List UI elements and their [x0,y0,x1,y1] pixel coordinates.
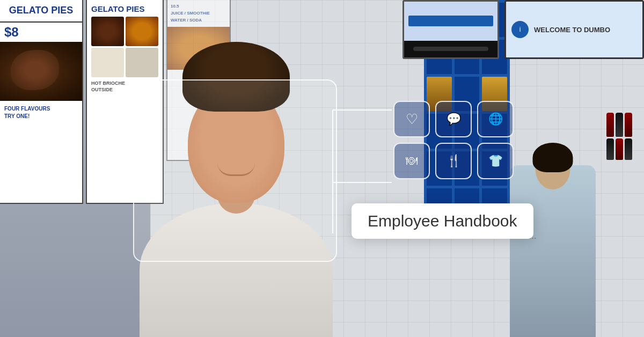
tv-logo: i [511,21,529,38]
menu-text-bottom: FOUR FLAVOURSTRY ONE! [0,101,82,124]
person-hair [182,42,290,112]
shirt-icon: 👕 [477,143,514,179]
tv-screen-2-bar [404,41,497,57]
heart-icon: ♡ [393,101,430,137]
tv-screen-2-content [404,2,497,41]
food-image-1 [0,42,82,101]
menu-board-3-items: 10.5JUICE / SMOOTHIEWATER / SODA [167,0,230,27]
tv-screen: i WELCOME TO DUMBO [504,0,644,59]
menu-board-1: GELATO PIES $8 FOUR FLAVOURSTRY ONE! [0,0,83,204]
tv-content: i WELCOME TO DUMBO [506,2,642,57]
tv-text: WELCOME TO DUMBO [534,26,610,34]
background-scene: GELATO PIES $8 FOUR FLAVOURSTRY ONE! GEL… [0,0,644,337]
utensils-icon: 🍴 [435,143,472,179]
tv-screen-2 [402,0,499,59]
person-shirt [140,203,333,337]
menu-board-2-title: GELATO PIES [91,4,158,13]
foreground-person-area [123,43,349,337]
bottles-area [606,113,639,160]
handbook-card[interactable]: Employee Handbook [352,203,533,239]
chat-icon: 💬 [435,101,472,137]
handbook-title: Employee Handbook [368,212,517,230]
dish-icon: 🍽 [393,143,430,179]
icon-grid: ♡ 💬 🌐 🍽 🍴 👕 [393,101,514,179]
globe-icon: 🌐 [477,101,514,137]
menu-price: $8 [0,23,82,42]
menu-board-1-title: GELATO PIES [0,0,82,23]
person-smile [217,163,255,176]
